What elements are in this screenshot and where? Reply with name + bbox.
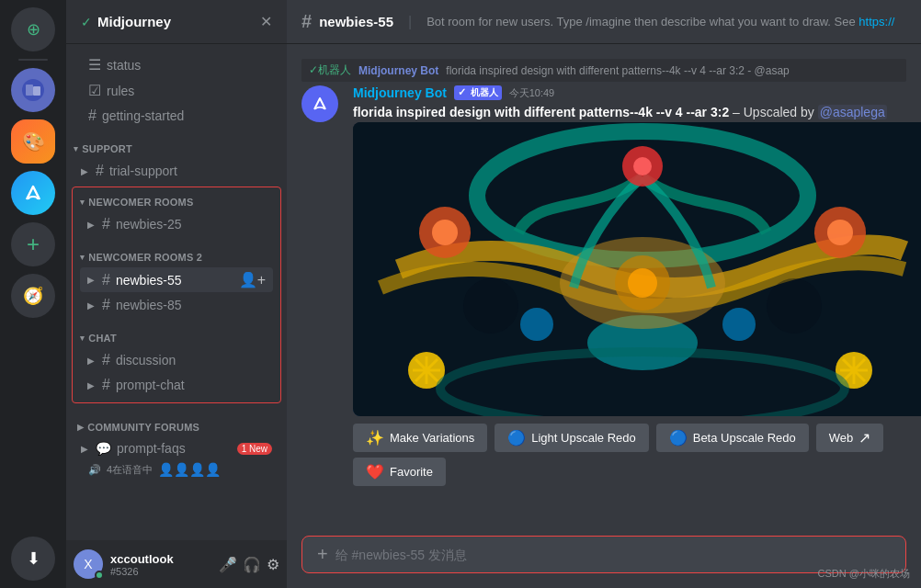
channel-name: getting-started xyxy=(102,108,185,123)
channel-name: trial-support xyxy=(109,164,177,178)
favorite-icon: ❤️ xyxy=(366,463,384,481)
web-button[interactable]: Web ↗ xyxy=(816,424,884,452)
voice-count: 4在语音中 xyxy=(107,463,153,477)
beta-upscale-icon: 🔵 xyxy=(669,429,688,447)
channel-item-getting-started[interactable]: # getting-started xyxy=(74,104,279,128)
bot-badge-emoji: ✓ xyxy=(458,86,466,97)
category-support[interactable]: ▾ SUPPORT xyxy=(66,129,287,158)
web-label: Web xyxy=(829,431,854,445)
chat-input-area: + xyxy=(287,521,921,588)
user-area: X xccoutlook #5326 🎤 🎧 ⚙ xyxy=(66,540,287,588)
channel-header-name: newbies-55 xyxy=(319,14,393,29)
category-arrow-icon: ▾ xyxy=(80,253,85,262)
message-text: florida inspired design with different p… xyxy=(353,104,921,122)
server-icon-compass[interactable]: 🧭 xyxy=(11,274,55,318)
add-attachment-icon[interactable]: + xyxy=(317,544,328,565)
bot-badge: ✓ 机器人 xyxy=(454,85,502,100)
server-dropdown-icon: ✕ xyxy=(260,13,272,30)
category-community-forums[interactable]: ▶ COMMUNITY FORUMS xyxy=(66,407,287,436)
category-chat[interactable]: ▾ CHAT xyxy=(73,318,280,347)
user-controls: 🎤 🎧 ⚙ xyxy=(219,556,279,573)
channel-hash-icon: # xyxy=(301,11,312,32)
category-newcomer-rooms[interactable]: ▾ NEWCOMER ROOMS xyxy=(73,189,280,211)
svg-point-15 xyxy=(520,308,553,341)
light-upscale-redo-button[interactable]: 🔵 Light Upscale Redo xyxy=(495,424,648,452)
chat-header: # newbies-55 | Bot room for new users. T… xyxy=(287,0,921,44)
user-avatar[interactable]: X xyxy=(74,549,103,579)
mute-icon[interactable]: 🎤 xyxy=(219,556,237,573)
server-name: Midjourney xyxy=(97,14,260,29)
server-icon-home[interactable]: ⊕ xyxy=(11,7,55,51)
beta-upscale-redo-button[interactable]: 🔵 Beta Upscale Redo xyxy=(656,424,809,452)
bullet-icon: ▶ xyxy=(87,300,95,311)
svg-point-6 xyxy=(432,220,458,245)
bullet-icon: ▶ xyxy=(87,380,95,390)
hash-icon: # xyxy=(102,297,110,313)
channel-item-trial-support[interactable]: ▶ # trial-support xyxy=(74,159,279,183)
preview-text: florida inspired design with different p… xyxy=(446,64,789,77)
category-newcomer-rooms-2[interactable]: ▾ NEWCOMER ROOMS 2 xyxy=(73,237,280,266)
message-time: 今天10:49 xyxy=(509,86,555,100)
settings-icon[interactable]: ⚙ xyxy=(267,556,279,573)
server-icon-1[interactable] xyxy=(11,68,55,112)
hash-icon: # xyxy=(102,272,110,288)
bullet-icon: ▶ xyxy=(81,166,88,176)
server-sidebar: ⊕ 🎨 + 🧭 ⬇ xyxy=(0,0,66,588)
hash-icon: ☑ xyxy=(88,82,101,99)
channel-item-prompt-chat[interactable]: ▶ # prompt-chat xyxy=(80,373,273,397)
add-member-icon[interactable]: 👤+ xyxy=(239,271,266,288)
chat-input[interactable] xyxy=(335,548,891,562)
svg-point-18 xyxy=(463,278,518,334)
prompt-text: florida inspired design with different p… xyxy=(353,105,729,119)
category-label: NEWCOMER ROOMS xyxy=(88,197,193,208)
light-upscale-icon: 🔵 xyxy=(507,429,526,447)
channel-name: prompt-faqs xyxy=(117,441,186,456)
server-header[interactable]: ✓ Midjourney ✕ xyxy=(66,0,287,44)
channel-item-status[interactable]: ☰ status xyxy=(74,52,279,77)
svg-point-14 xyxy=(633,157,652,175)
chat-input-wrapper: + xyxy=(301,536,906,573)
header-divider: | xyxy=(408,14,412,30)
badge-new: 1 New xyxy=(237,443,272,455)
chat-messages: ✓机器人 Midjourney Bot florida inspired des… xyxy=(287,44,921,521)
bullet-icon: ▶ xyxy=(81,444,88,454)
user-status-dot xyxy=(95,571,104,580)
channel-item-newbies-55[interactable]: ▶ # newbies-55 👤+ xyxy=(80,267,273,292)
category-arrow-icon: ▾ xyxy=(74,144,78,153)
message-content: Midjourney Bot ✓ 机器人 今天10:49 florida ins… xyxy=(353,85,921,486)
server-icon-midjourney[interactable] xyxy=(11,171,55,215)
speech-icon: 💬 xyxy=(96,441,111,456)
category-arrow-icon: ▾ xyxy=(80,334,85,343)
svg-point-8 xyxy=(827,220,853,245)
beta-upscale-label: Beta Upscale Redo xyxy=(693,431,796,445)
upscaled-by-text: – Upscaled by xyxy=(733,105,814,119)
channel-item-newbies-25[interactable]: ▶ # newbies-25 xyxy=(80,212,273,236)
message-author-name: Midjourney Bot xyxy=(353,85,447,100)
channel-description: Bot room for new users. Type /imagine th… xyxy=(426,15,894,28)
hash-icon: # xyxy=(102,216,110,232)
hash-icon: ☰ xyxy=(88,56,101,74)
header-link[interactable]: https:// xyxy=(858,15,894,28)
svg-point-19 xyxy=(767,278,822,334)
channel-name: newbies-85 xyxy=(116,298,182,312)
main-chat-area: # newbies-55 | Bot room for new users. T… xyxy=(287,0,921,588)
server-icon-add[interactable]: + xyxy=(11,222,55,266)
channel-item-newbies-85[interactable]: ▶ # newbies-85 xyxy=(80,293,273,317)
avatar-letter: X xyxy=(84,557,92,571)
preview-author: Midjourney Bot xyxy=(358,64,438,77)
deafen-icon[interactable]: 🎧 xyxy=(243,556,261,573)
generated-image xyxy=(353,122,921,416)
favorite-button[interactable]: ❤️ Favorite xyxy=(353,458,446,486)
make-variations-button[interactable]: ✨ Make Variations xyxy=(353,424,487,452)
category-arrow-icon: ▾ xyxy=(80,198,85,207)
channel-item-discussion[interactable]: ▶ # discussion xyxy=(80,348,273,372)
volume-icon: 🔊 xyxy=(88,464,101,476)
voice-avatars: 👤👤👤👤 xyxy=(158,462,221,477)
variations-icon: ✨ xyxy=(366,429,384,447)
server-icon-download[interactable]: ⬇ xyxy=(11,537,55,581)
svg-point-16 xyxy=(722,308,756,341)
server-icon-2[interactable]: 🎨 xyxy=(11,119,55,164)
category-label: NEWCOMER ROOMS 2 xyxy=(88,252,202,263)
channel-item-prompt-faqs[interactable]: ▶ 💬 prompt-faqs 1 New xyxy=(74,437,279,459)
channel-item-rules[interactable]: ☑ rules xyxy=(74,78,279,103)
